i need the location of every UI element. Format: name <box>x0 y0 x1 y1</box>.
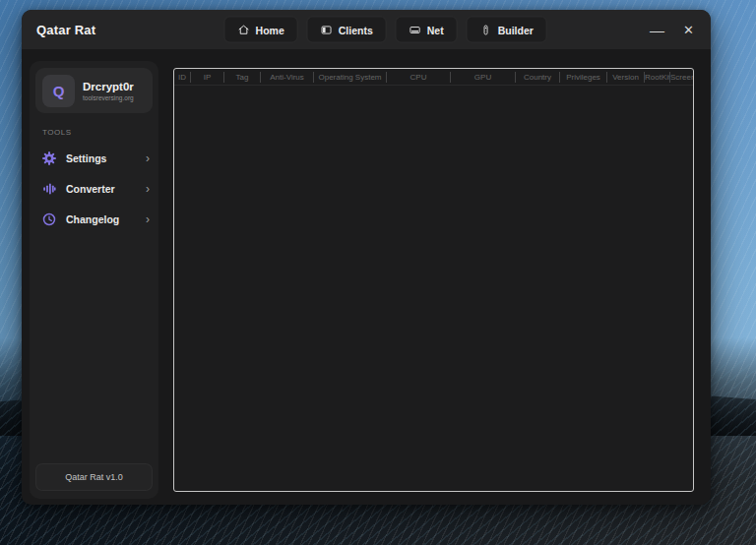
sidebar-item-converter-label: Converter <box>66 183 115 195</box>
equalizer-icon <box>41 181 57 197</box>
sidebar-item-changelog-label: Changelog <box>66 213 119 225</box>
gear-icon <box>41 151 57 166</box>
sidebar-item-settings[interactable]: Settings › <box>30 143 158 173</box>
column-header-country[interactable]: Country <box>516 72 560 83</box>
nav-clients-button[interactable]: Clients <box>307 17 387 43</box>
minimize-button[interactable]: — <box>650 23 664 37</box>
table-body-empty <box>174 86 693 492</box>
profile-org: toolsreversing.org <box>83 94 134 101</box>
net-icon <box>410 24 421 35</box>
nav-home-label: Home <box>256 24 284 35</box>
sidebar-item-changelog[interactable]: Changelog › <box>30 204 158 234</box>
nav-builder-button[interactable]: Builder <box>467 17 547 43</box>
tools-section-label: TOOLS <box>42 128 158 137</box>
chevron-right-icon: › <box>146 213 150 225</box>
app-title: Qatar Rat <box>36 23 95 37</box>
column-header-cpu[interactable]: CPU <box>387 72 451 83</box>
column-header-gpu[interactable]: GPU <box>451 72 516 83</box>
profile-name: Drcrypt0r <box>83 80 134 93</box>
nav-net-label: Net <box>427 24 444 35</box>
column-header-privileges[interactable]: Privileges <box>560 72 607 83</box>
sidebar: Q Drcrypt0r toolsreversing.org TOOLS <box>30 61 158 499</box>
profile-card: Q Drcrypt0r toolsreversing.org <box>35 68 153 113</box>
chevron-right-icon: › <box>146 183 150 195</box>
nav-builder-label: Builder <box>498 24 534 35</box>
close-button[interactable]: ✕ <box>683 24 694 36</box>
version-badge: Qatar Rat v1.0 <box>35 463 153 491</box>
titlebar-nav: Home Clients Net Builder <box>224 17 547 43</box>
nav-clients-label: Clients <box>339 24 373 35</box>
column-header-anti-virus[interactable]: Anti-Virus <box>261 72 314 83</box>
column-header-ip[interactable]: IP <box>191 72 224 83</box>
clients-icon <box>321 24 333 35</box>
chevron-right-icon: › <box>146 152 150 164</box>
home-icon <box>238 24 250 35</box>
column-header-id[interactable]: ID <box>174 72 191 83</box>
column-header-version[interactable]: Version <box>607 72 645 83</box>
column-header-screen[interactable]: Screen <box>670 72 694 83</box>
sidebar-item-converter[interactable]: Converter › <box>30 173 158 204</box>
sidebar-item-settings-label: Settings <box>66 152 106 164</box>
app-window: Qatar Rat Home Clients Net <box>22 10 711 505</box>
clients-table-panel: IDIPTagAnti-VirusOperating SystemCPUGPUC… <box>173 68 694 492</box>
window-body: Q Drcrypt0r toolsreversing.org TOOLS <box>22 49 711 505</box>
history-clock-icon <box>41 212 57 227</box>
column-header-rootkit[interactable]: RootKit <box>645 72 670 83</box>
nav-home-button[interactable]: Home <box>224 17 298 43</box>
builder-icon <box>480 24 492 35</box>
nav-net-button[interactable]: Net <box>396 17 458 43</box>
avatar: Q <box>42 75 75 107</box>
titlebar: Qatar Rat Home Clients Net <box>22 10 711 49</box>
column-header-operating-system[interactable]: Operating System <box>314 72 387 83</box>
table-header-row: IDIPTagAnti-VirusOperating SystemCPUGPUC… <box>174 69 693 86</box>
column-header-tag[interactable]: Tag <box>224 72 261 83</box>
window-controls: — ✕ <box>650 23 711 37</box>
